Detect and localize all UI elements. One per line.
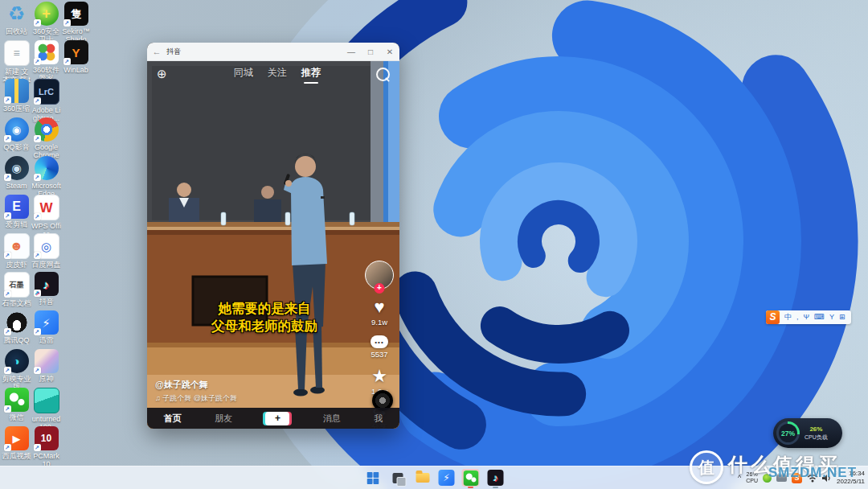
wechat-icon: ↗: [5, 388, 29, 412]
hidden-icons-chevron[interactable]: ^: [738, 474, 741, 482]
cpu-monitor-widget[interactable]: 27% 26% CPU负载: [773, 418, 842, 448]
favorite-icon[interactable]: ★: [371, 368, 387, 385]
toolbox-icon[interactable]: ⊞: [837, 310, 848, 324]
minimize-button[interactable]: —: [342, 43, 361, 60]
desktop-icon-pcmark[interactable]: 10↗PCMark 10: [31, 426, 61, 469]
create-post-button[interactable]: +: [265, 412, 289, 425]
desktop-icon-winlab[interactable]: Y↗WinLab: [61, 40, 91, 74]
360-tray-icon[interactable]: [763, 474, 772, 483]
desktop-icon-label: Steam: [2, 182, 31, 190]
author-avatar[interactable]: +: [365, 261, 394, 290]
tab-关注[interactable]: 关注: [268, 66, 287, 82]
wechat-button[interactable]: [462, 469, 480, 487]
shortcut-arrow-icon: ↗: [34, 290, 41, 297]
desktop-icon-wps[interactable]: W↗WPS Office: [31, 195, 61, 239]
desktop-icon-lrc[interactable]: LrC↗Adobe Lightroo...: [31, 79, 61, 123]
edge-icon: ↗: [35, 156, 59, 180]
taskbar: ⚡ ♪ ^ 26% CPU S: [0, 466, 868, 489]
sogou-tray-icon[interactable]: S: [792, 473, 802, 483]
keyboard-icon[interactable]: ⌨: [812, 310, 827, 324]
nav-item-朋友[interactable]: 朋友: [215, 413, 232, 425]
tab-同城[interactable]: 同城: [234, 66, 253, 82]
task-view-icon: [392, 473, 403, 483]
like-icon[interactable]: ♥: [374, 298, 384, 316]
punctuation-icon[interactable]: ,: [794, 310, 801, 324]
baidu-pan-icon: ◎↗: [34, 233, 59, 259]
like-count: 9.1w: [371, 318, 387, 327]
video-player[interactable]: ⊕ 同城关注推荐 她需要的是来自 父母和老师的鼓励 + ♥ 9.1w ••• 5…: [147, 61, 399, 429]
shortcut-arrow-icon: ↗: [34, 174, 41, 181]
shortcut-arrow-icon: ↗: [63, 58, 71, 65]
douyin-titlebar: ← 抖音 — □ ✕: [147, 43, 399, 61]
cpu-gauge-ring: 27%: [776, 421, 800, 445]
network-icon[interactable]: [807, 474, 818, 483]
desktop-icon-wechat[interactable]: ↗微信: [2, 388, 31, 421]
desktop-icon-label: 腾讯QQ: [2, 336, 31, 344]
douyin-button[interactable]: ♪: [487, 469, 505, 487]
shortcut-arrow-icon: ↗: [4, 212, 11, 220]
wallpaper-bloom: [0, 0, 868, 489]
maximize-button[interactable]: □: [361, 43, 380, 60]
desktop-icon-360-mgr[interactable]: ↗360软件管家: [31, 40, 61, 83]
comment-count: 5537: [371, 350, 387, 359]
folder-icon: [416, 473, 429, 483]
nav-item-我[interactable]: 我: [374, 413, 383, 425]
microphone-icon[interactable]: Ψ: [801, 310, 813, 324]
tray-cpu-meter[interactable]: 26% CPU: [746, 471, 758, 485]
display-tray-icon[interactable]: [776, 475, 787, 482]
desktop-icon-cube[interactable]: unturned_100...: [31, 388, 61, 432]
follow-button[interactable]: +: [375, 283, 385, 294]
search-icon[interactable]: [376, 68, 390, 81]
desktop-icon-genshin[interactable]: ↗原神: [31, 349, 61, 383]
sogou-logo-icon[interactable]: S: [766, 310, 780, 324]
desktop-icon-thunder[interactable]: ⚡↗迅雷: [31, 310, 61, 344]
file-explorer-button[interactable]: [414, 469, 432, 487]
volume-icon[interactable]: [821, 474, 832, 483]
desktop-icon-chrome[interactable]: ↗Google Chrome: [31, 117, 61, 160]
desktop-icon-baidu-pan[interactable]: ◎↗百度网盘: [31, 233, 61, 269]
windows-logo-icon: [366, 472, 379, 484]
live-icon[interactable]: ⊕: [157, 67, 167, 81]
comment-icon[interactable]: •••: [371, 335, 388, 348]
sekiro-icon: 隻↗: [64, 2, 88, 26]
start-button[interactable]: [364, 469, 382, 487]
desktop-icon-recycle-bin[interactable]: ♻回收站: [2, 2, 31, 35]
desktop-icon-ppx[interactable]: ☻↗皮皮虾: [2, 233, 31, 269]
author-name[interactable]: @妹子跳个舞: [155, 379, 237, 391]
desktop-icon-edge[interactable]: ↗Microsoft Edge: [31, 156, 61, 199]
desktop-icon-qq-player[interactable]: ◉↗QQ影音: [2, 117, 31, 151]
close-button[interactable]: ✕: [380, 43, 399, 60]
shortcut-arrow-icon: ↗: [4, 405, 11, 413]
desktop-icon-qq[interactable]: ↗腾讯QQ: [2, 310, 31, 344]
video-subtitle: 她需要的是来自 父母和老师的鼓励: [147, 299, 382, 335]
tab-推荐[interactable]: 推荐: [301, 66, 321, 82]
jianying-icon: ◑↗: [5, 349, 29, 373]
desktop-icon-label: 原神: [31, 375, 61, 383]
douyin-window: ← 抖音 — □ ✕: [147, 43, 399, 429]
chinese-mode-icon[interactable]: 中: [782, 310, 794, 324]
desktop-icon-shimo[interactable]: 石墨↗石墨文档: [2, 272, 31, 307]
desktop-icon-douyin[interactable]: ♪↗抖音: [31, 272, 61, 306]
thunder-button[interactable]: ⚡: [439, 470, 455, 486]
back-button[interactable]: ←: [147, 47, 166, 56]
desktop-icon-360-safe[interactable]: +↗360安全卫士: [31, 2, 61, 44]
task-view-button[interactable]: [389, 469, 407, 487]
nav-item-首页[interactable]: 首页: [164, 413, 182, 425]
music-title[interactable]: ♫ 子跳个舞 @妹子跳个舞: [155, 393, 237, 404]
desktop-icon-jianying[interactable]: ◑↗剪映专业版: [2, 349, 31, 392]
chrome-icon: ↗: [35, 117, 59, 142]
desktop-icon-label: 皮皮虾: [2, 261, 31, 269]
shortcut-arrow-icon: ↗: [34, 19, 41, 27]
desktop-icon-label: 迅雷: [31, 336, 61, 344]
desktop-icon-editor[interactable]: E↗爱剪辑: [2, 195, 31, 228]
video-frame: [147, 61, 399, 429]
desktop-icon-zip-360[interactable]: ↗360压缩: [2, 79, 31, 113]
desktop-icon-steam[interactable]: ◉↗Steam: [2, 156, 31, 190]
tray-clock[interactable]: 16:34 2022/5/11: [837, 470, 865, 486]
360-safe-icon: +↗: [35, 2, 59, 26]
desktop-icon-sekiro[interactable]: 隻↗Sekiro™ Shadow...: [61, 2, 91, 45]
desktop-icon-xigua[interactable]: ▶↗西瓜视频: [2, 426, 31, 460]
douyin-icon: ♪: [488, 470, 504, 486]
skin-icon[interactable]: Y: [827, 310, 837, 324]
nav-item-消息[interactable]: 消息: [323, 413, 341, 425]
